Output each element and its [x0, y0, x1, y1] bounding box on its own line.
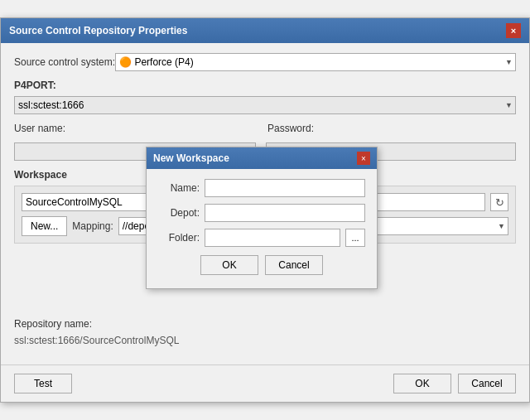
p4port-row: P4PORT: [14, 80, 516, 91]
new-workspace-depot-input[interactable] [205, 204, 365, 222]
sub-cancel-button[interactable]: Cancel [265, 255, 323, 275]
new-workspace-depot-row: Depot: [158, 204, 365, 222]
main-titlebar: Source Control Repository Properties × [1, 18, 529, 43]
source-control-label: Source control system: [14, 56, 115, 68]
test-button[interactable]: Test [14, 374, 72, 393]
p4port-label: P4PORT: [14, 80, 113, 91]
new-workspace-dialog: New Workspace × Name: Depot: Folder: ... [146, 147, 378, 289]
sub-dialog-title: New Workspace [153, 152, 229, 164]
repo-name-value: ssl:sctest:1666/SourceControlMySQL [14, 333, 516, 348]
sub-dialog-titlebar: New Workspace × [147, 147, 377, 169]
password-label: Password: [267, 123, 516, 134]
main-dialog: Source Control Repository Properties × S… [0, 17, 530, 403]
repo-section: Repository name: ssl:sctest:1666/SourceC… [14, 318, 516, 348]
sub-dialog-content: Name: Depot: Folder: ... OK Cancel [147, 169, 377, 288]
username-label: User name: [14, 123, 113, 134]
new-workspace-folder-label: Folder: [158, 232, 200, 244]
p4port-input-row: ssl:sctest:1666 ▼ [14, 96, 516, 114]
p4port-select[interactable]: ssl:sctest:1666 [14, 96, 516, 114]
new-workspace-folder-input[interactable] [205, 229, 340, 247]
new-workspace-name-row: Name: [158, 179, 365, 197]
new-workspace-depot-label: Depot: [158, 207, 200, 219]
mapping-label: Mapping: [72, 220, 113, 232]
refresh-button[interactable]: ↻ [490, 193, 508, 211]
sub-dialog-close-button[interactable]: × [357, 152, 370, 165]
new-workspace-name-label: Name: [158, 182, 200, 194]
source-control-select[interactable]: 🟠 Perforce (P4) [115, 53, 516, 71]
new-workspace-folder-row: Folder: ... [158, 229, 365, 247]
sub-ok-button[interactable]: OK [200, 255, 258, 275]
right-buttons: OK Cancel [393, 374, 516, 393]
repo-name-label: Repository name: [14, 318, 516, 330]
credentials-labels-row: User name: Password: [14, 123, 516, 134]
main-title: Source Control Repository Properties [9, 25, 187, 36]
main-close-button[interactable]: × [506, 23, 521, 38]
ok-button[interactable]: OK [393, 374, 451, 393]
bottom-buttons-bar: Test OK Cancel [1, 364, 529, 402]
browse-button[interactable]: ... [345, 229, 365, 247]
new-workspace-button[interactable]: New... [22, 216, 67, 236]
sub-dialog-buttons: OK Cancel [158, 255, 365, 278]
p4port-select-wrapper: ssl:sctest:1666 ▼ [14, 96, 516, 114]
source-control-row: Source control system: 🟠 Perforce (P4) ▼ [14, 53, 516, 71]
source-control-select-wrapper: 🟠 Perforce (P4) ▼ [115, 53, 516, 71]
new-workspace-name-input[interactable] [205, 179, 365, 197]
cancel-button[interactable]: Cancel [458, 374, 516, 393]
